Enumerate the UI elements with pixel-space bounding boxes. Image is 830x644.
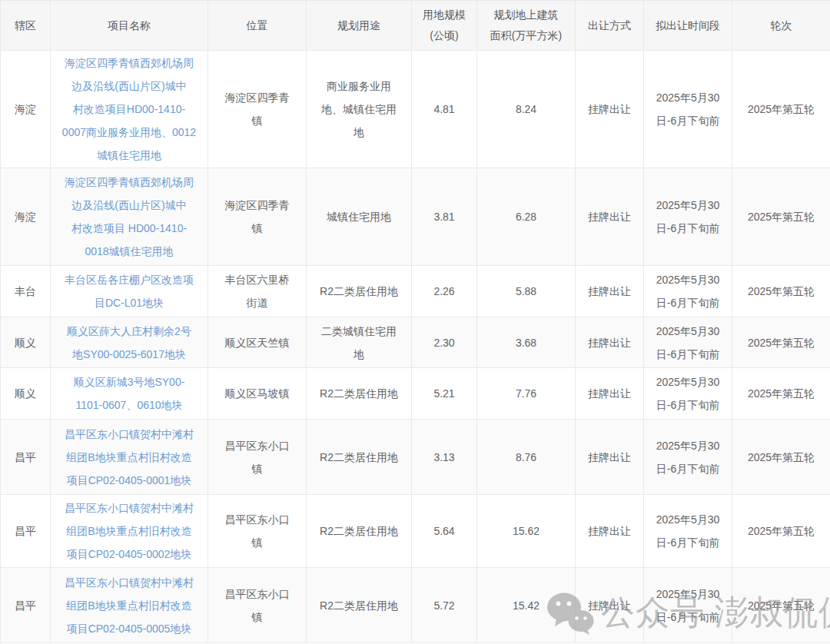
cell-project-link[interactable]: 海淀区四季青镇西郊机场周 边及沿线(西山片区)城中 村改造项目HD00-1410… xyxy=(51,51,208,168)
cell-building-area: 15.62 xyxy=(477,495,576,568)
table-row: 昌平 昌平区东小口镇贺村中滩村 组团B地块重点村旧村改造 项目CP02-0405… xyxy=(1,568,830,643)
cell-building-area: 8.76 xyxy=(477,420,576,495)
cell-land-scale: 2.30 xyxy=(412,317,477,368)
cell-building-area: 7.76 xyxy=(477,368,576,420)
column-header-project: 项目名称 xyxy=(51,1,208,51)
cell-district: 丰台 xyxy=(1,266,51,317)
table-row: 顺义 顺义区新城3号地SY00- 1101-0607、0610地块 顺义区马坡镇… xyxy=(1,368,830,420)
cell-transfer-method: 挂牌出让 xyxy=(576,368,644,420)
cell-district: 海淀 xyxy=(1,168,51,266)
cell-round: 2025年第五轮 xyxy=(732,495,830,568)
cell-location: 昌平区东小口 镇 xyxy=(208,568,307,643)
column-header-transfer-period: 拟出让时间段 xyxy=(644,1,732,51)
table-row: 海淀 海淀区四季青镇西郊机场周 边及沿线(西山片区)城中 村改造项目 HD00-… xyxy=(1,168,830,266)
cell-building-area: 6.28 xyxy=(477,168,576,266)
cell-location: 丰台区六里桥 街道 xyxy=(208,266,307,317)
table-row: 顺义 顺义区薛大人庄村剩余2号 地SY00-0025-6017地块 顺义区天竺镇… xyxy=(1,317,830,368)
table-row: 昌平 昌平区东小口镇贺村中滩村 组团B地块重点村旧村改造 项目CP02-0405… xyxy=(1,495,830,568)
cell-location: 海淀区四季青 镇 xyxy=(208,51,307,168)
cell-transfer-period: 2025年5月30 日-6月下旬前 xyxy=(644,51,732,168)
cell-location: 昌平区东小口 镇 xyxy=(208,420,307,495)
cell-transfer-method: 挂牌出让 xyxy=(576,168,644,266)
cell-transfer-method: 挂牌出让 xyxy=(576,266,644,317)
cell-transfer-period: 2025年5月30 日-6月下旬前 xyxy=(644,495,732,568)
cell-building-area: 3.68 xyxy=(477,317,576,368)
cell-transfer-period: 2025年5月30 日-6月下旬前 xyxy=(644,368,732,420)
cell-usage: 二类城镇住宅用 地 xyxy=(307,317,412,368)
table-row: 丰台 丰台区岳各庄棚户区改造项 目DC-L01地块 丰台区六里桥 街道 R2二类… xyxy=(1,266,830,317)
cell-round: 2025年第五轮 xyxy=(732,568,830,643)
cell-land-scale: 3.81 xyxy=(412,168,477,266)
cell-transfer-method: 挂牌出让 xyxy=(576,51,644,168)
cell-usage: R2二类居住用地 xyxy=(307,368,412,420)
cell-project-link[interactable]: 丰台区岳各庄棚户区改造项 目DC-L01地块 xyxy=(51,266,208,317)
cell-usage: 商业服务业用 地、城镇住宅用 地 xyxy=(307,51,412,168)
column-header-building-area: 规划地上建筑 面积(万平方米) xyxy=(477,1,576,51)
cell-transfer-method: 挂牌出让 xyxy=(576,568,644,643)
cell-round: 2025年第五轮 xyxy=(732,168,830,266)
cell-transfer-period: 2025年5月30 日-6月下旬前 xyxy=(644,168,732,266)
cell-round: 2025年第五轮 xyxy=(732,266,830,317)
cell-usage: R2二类居住用地 xyxy=(307,495,412,568)
table-row: 昌平 昌平区东小口镇贺村中滩村 组团B地块重点村旧村改造 项目CP02-0405… xyxy=(1,420,830,495)
cell-project-link[interactable]: 顺义区薛大人庄村剩余2号 地SY00-0025-6017地块 xyxy=(51,317,208,368)
land-supply-table: 辖区 项目名称 位置 规划用途 用地规模 (公顷) 规划地上建筑 面积(万平方米… xyxy=(0,0,830,643)
cell-location: 顺义区天竺镇 xyxy=(208,317,307,368)
cell-usage: 城镇住宅用地 xyxy=(307,168,412,266)
cell-location: 海淀区四季青 镇 xyxy=(208,168,307,266)
cell-land-scale: 4.81 xyxy=(412,51,477,168)
column-header-transfer-method: 出让方式 xyxy=(576,1,644,51)
column-header-round: 轮次 xyxy=(732,1,830,51)
cell-transfer-period: 2025年5月30 日-6月下旬前 xyxy=(644,420,732,495)
cell-district: 昌平 xyxy=(1,568,51,643)
cell-district: 海淀 xyxy=(1,51,51,168)
cell-transfer-period: 2025年5月30 日-6月下旬前 xyxy=(644,317,732,368)
cell-project-link[interactable]: 海淀区四季青镇西郊机场周 边及沿线(西山片区)城中 村改造项目 HD00-141… xyxy=(51,168,208,266)
cell-round: 2025年第五轮 xyxy=(732,317,830,368)
cell-usage: R2二类居住用地 xyxy=(307,420,412,495)
header-row: 辖区 项目名称 位置 规划用途 用地规模 (公顷) 规划地上建筑 面积(万平方米… xyxy=(1,1,830,51)
column-header-district: 辖区 xyxy=(1,1,51,51)
cell-usage: R2二类居住用地 xyxy=(307,266,412,317)
cell-transfer-method: 挂牌出让 xyxy=(576,317,644,368)
column-header-location: 位置 xyxy=(208,1,307,51)
column-header-land-scale: 用地规模 (公顷) xyxy=(412,1,477,51)
cell-district: 顺义 xyxy=(1,317,51,368)
cell-land-scale: 5.21 xyxy=(412,368,477,420)
cell-transfer-period: 2025年5月30 日-6月下旬前 xyxy=(644,266,732,317)
cell-district: 昌平 xyxy=(1,420,51,495)
cell-round: 2025年第五轮 xyxy=(732,368,830,420)
cell-district: 顺义 xyxy=(1,368,51,420)
cell-location: 顺义区马坡镇 xyxy=(208,368,307,420)
cell-round: 2025年第五轮 xyxy=(732,420,830,495)
table-row: 海淀 海淀区四季青镇西郊机场周 边及沿线(西山片区)城中 村改造项目HD00-1… xyxy=(1,51,830,168)
cell-project-link[interactable]: 昌平区东小口镇贺村中滩村 组团B地块重点村旧村改造 项目CP02-0405-00… xyxy=(51,495,208,568)
cell-round: 2025年第五轮 xyxy=(732,51,830,168)
cell-land-scale: 2.26 xyxy=(412,266,477,317)
cell-project-link[interactable]: 昌平区东小口镇贺村中滩村 组团B地块重点村旧村改造 项目CP02-0405-00… xyxy=(51,568,208,643)
cell-project-link[interactable]: 顺义区新城3号地SY00- 1101-0607、0610地块 xyxy=(51,368,208,420)
cell-building-area: 15.42 xyxy=(477,568,576,643)
cell-transfer-method: 挂牌出让 xyxy=(576,495,644,568)
column-header-usage: 规划用途 xyxy=(307,1,412,51)
cell-project-link[interactable]: 昌平区东小口镇贺村中滩村 组团B地块重点村旧村改造 项目CP02-0405-00… xyxy=(51,420,208,495)
cell-district: 昌平 xyxy=(1,495,51,568)
cell-transfer-method: 挂牌出让 xyxy=(576,420,644,495)
cell-transfer-period: 2025年5月30 日-6月下旬前 xyxy=(644,568,732,643)
cell-location: 昌平区东小口 镇 xyxy=(208,495,307,568)
cell-building-area: 5.88 xyxy=(477,266,576,317)
cell-building-area: 8.24 xyxy=(477,51,576,168)
cell-usage: R2二类居住用地 xyxy=(307,568,412,643)
cell-land-scale: 3.13 xyxy=(412,420,477,495)
cell-land-scale: 5.64 xyxy=(412,495,477,568)
cell-land-scale: 5.72 xyxy=(412,568,477,643)
